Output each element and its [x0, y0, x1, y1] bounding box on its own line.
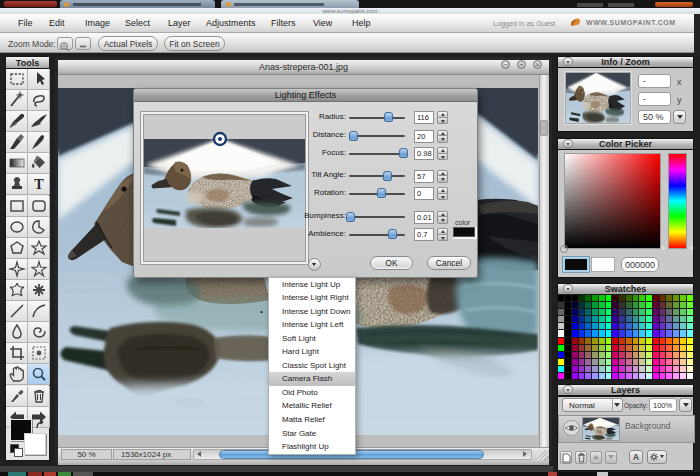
svg-text:T: T — [34, 177, 44, 192]
